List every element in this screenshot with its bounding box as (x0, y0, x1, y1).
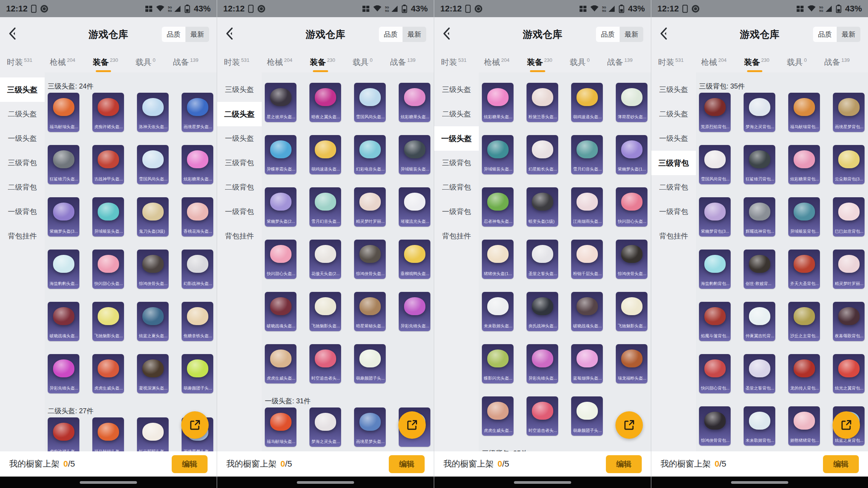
sort-latest-button[interactable]: 最新 (403, 27, 426, 42)
edit-button[interactable]: 编辑 (823, 455, 859, 473)
sidebar-item-backpack-lv2[interactable]: 二级背包 (217, 175, 262, 200)
item-card[interactable]: 雪月幻音头盔... (309, 187, 341, 227)
sidebar-item-backpack-pendant[interactable]: 背包挂件 (217, 224, 262, 248)
item-card[interactable]: 炫蓝之夏头盔... (137, 302, 169, 341)
item-card[interactable]: 梦海之灵头盔... (309, 407, 341, 447)
item-card[interactable]: 福马献瑞背包... (788, 93, 820, 132)
item-card[interactable]: 龙的传人背包... (788, 354, 820, 393)
item-card[interactable]: 紫幽梦头盔(3... (48, 197, 79, 237)
item-card[interactable]: 香桃花海头盔... (182, 197, 213, 237)
item-card[interactable]: 忍者神龟头盔... (482, 187, 514, 227)
item-card[interactable]: 虎虎生威头盔... (265, 344, 296, 383)
item-card[interactable]: 破晓战魂头盔... (571, 292, 603, 331)
sidebar-item-helmet-lv2[interactable]: 二级头盔 (0, 102, 45, 126)
tab-supplies[interactable]: 战备139 (824, 57, 850, 68)
tab-fashion[interactable]: 时装531 (224, 57, 250, 68)
home-indicator[interactable] (514, 481, 571, 484)
item-card[interactable]: 画境星梦背包... (833, 93, 865, 132)
item-card[interactable]: 仲夏翼吉托背... (744, 302, 775, 341)
item-card[interactable]: 焰魔斗篷背包... (699, 302, 731, 341)
tab-equipment[interactable]: 装备230 (310, 57, 335, 68)
item-card[interactable]: 焦糖拿铁头盔... (182, 302, 213, 341)
tab-equipment[interactable]: 装备230 (527, 57, 552, 68)
item-card[interactable]: 粉黛兰香头盔... (527, 83, 558, 122)
sidebar-item-backpack-lv1[interactable]: 一级背包 (217, 200, 262, 224)
item-card[interactable]: 炫彩糖果头盔... (399, 83, 430, 122)
item-card[interactable]: 飞驰魅影头盔... (92, 302, 124, 341)
item-card[interactable]: 惊鸿侠骨头盔... (616, 240, 647, 279)
item-card[interactable]: 福马献瑞头盔... (92, 417, 124, 451)
item-card[interactable]: 鬼刀头盔(3级) (137, 197, 169, 237)
item-card[interactable]: 圣堂之誓头盔... (527, 240, 558, 279)
item-card[interactable]: 炫彩糖果背包... (788, 145, 820, 184)
item-card[interactable]: 快闪甜心头盔... (616, 187, 647, 227)
sidebar-item-backpack-lv2[interactable]: 二级背包 (434, 175, 479, 200)
item-card[interactable]: 异彩先锋头盔... (527, 344, 558, 383)
sidebar-item-helmet-lv2[interactable]: 二级头盔 (217, 102, 262, 126)
item-card[interactable]: 雪月幻音头盔... (571, 135, 603, 174)
sidebar-item-backpack-lv3[interactable]: 三级背包 (217, 151, 262, 175)
item-card[interactable]: 福马献瑞头盔... (265, 407, 296, 447)
item-card[interactable]: 狂鲨锋刃头盔... (48, 145, 79, 184)
sidebar-item-helmet-lv3[interactable]: 三级头盔 (651, 77, 696, 102)
item-card[interactable]: 蜕变头盔(1级) (527, 187, 558, 227)
sidebar-item-backpack-lv1[interactable]: 一级背包 (651, 200, 696, 224)
item-card[interactable]: 快闪甜心头盔... (265, 240, 296, 279)
item-card[interactable]: 萌趣颜团子头... (571, 396, 603, 436)
item-card[interactable]: 破晓战魂头盔... (265, 292, 296, 331)
item-card[interactable]: 异域银装头盔... (482, 135, 514, 174)
sort-quality-button[interactable]: 品质 (813, 27, 837, 42)
item-card[interactable]: 瑞龙福晔头盔... (616, 344, 647, 383)
item-card[interactable]: 异蝶寒霜头盔... (265, 135, 296, 174)
sidebar-item-backpack-pendant[interactable]: 背包挂件 (0, 224, 45, 248)
item-card[interactable]: 星之彼岸头盔... (265, 83, 296, 122)
item-card[interactable]: 璀璨流光头盔... (399, 187, 430, 227)
sort-quality-button[interactable]: 品质 (379, 27, 403, 42)
item-card[interactable]: 娇憨猪猪背包... (788, 406, 820, 446)
item-card[interactable]: 紫幽梦背包(3... (699, 197, 731, 237)
item-card[interactable]: 凝视深渊头盔... (137, 354, 169, 393)
sort-quality-button[interactable]: 品质 (162, 27, 185, 42)
item-card[interactable]: 异域银装背包... (788, 197, 820, 237)
item-card[interactable]: 狂鲨锋刃背包... (744, 145, 775, 184)
item-card[interactable]: 惊鸿侠骨头盔... (137, 250, 169, 289)
item-card[interactable]: 画境星梦头盔... (182, 93, 213, 132)
item-card[interactable]: 巳巳如意背包... (833, 197, 865, 237)
home-indicator[interactable] (731, 481, 788, 484)
edit-button[interactable]: 编辑 (389, 455, 425, 473)
share-fab[interactable] (833, 411, 860, 439)
tab-fashion[interactable]: 时装531 (441, 57, 467, 68)
item-card[interactable]: 夜幕颂歌背包... (833, 302, 865, 341)
tab-vehicles[interactable]: 载具0 (570, 57, 589, 68)
item-card[interactable]: 飞驰魅影头盔... (616, 292, 647, 331)
item-card[interactable]: 紫幽梦头盔(2... (265, 187, 296, 227)
tab-fashion[interactable]: 时装531 (658, 57, 684, 68)
home-indicator[interactable] (297, 481, 354, 484)
item-card[interactable]: 异域银装头盔... (92, 197, 124, 237)
tab-weapons[interactable]: 枪械204 (484, 57, 509, 68)
item-card[interactable]: 破晓战魂头盔... (48, 302, 79, 341)
sidebar-item-helmet-lv3[interactable]: 三级头盔 (0, 77, 45, 102)
item-card[interactable]: 时空追击者头... (527, 396, 558, 436)
item-card[interactable]: 萌趣颜团子头... (182, 354, 213, 393)
sort-latest-button[interactable]: 最新 (837, 27, 860, 42)
tab-equipment[interactable]: 装备230 (93, 57, 118, 68)
item-card[interactable]: 辉耀战神背包... (744, 197, 775, 237)
tab-supplies[interactable]: 战备139 (173, 57, 198, 68)
tab-weapons[interactable]: 枪械204 (701, 57, 726, 68)
item-card[interactable]: 云朵鹅背包(3... (833, 145, 865, 184)
tab-vehicles[interactable]: 载具0 (135, 57, 155, 68)
edit-button[interactable]: 编辑 (172, 455, 208, 473)
item-card[interactable]: 画境星梦头盔... (354, 407, 386, 447)
share-fab[interactable] (615, 411, 643, 439)
item-card[interactable]: 蓝莓烟弹头盔... (571, 344, 603, 383)
item-card[interactable]: 萌鸡速递头盔... (309, 135, 341, 174)
sidebar-item-backpack-lv2[interactable]: 二级背包 (651, 175, 696, 200)
item-card[interactable]: 虹云熙熙头盔... (137, 417, 169, 451)
item-card[interactable]: 快闪甜心背包... (699, 354, 731, 393)
sort-quality-button[interactable]: 品质 (596, 27, 620, 42)
item-card[interactable]: 沙丘之主背包... (788, 302, 820, 341)
item-card[interactable]: 炫彩糖果头盔... (482, 83, 514, 122)
item-card[interactable]: 炫光之翼背包... (833, 354, 865, 393)
tab-equipment[interactable]: 装备230 (744, 57, 770, 68)
